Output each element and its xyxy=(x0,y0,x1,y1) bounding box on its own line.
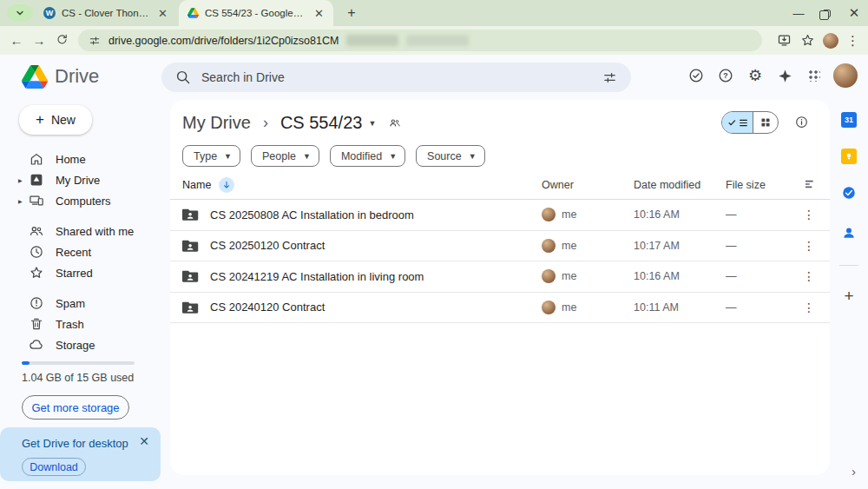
tab-close-icon[interactable]: ✕ xyxy=(312,7,326,20)
list-settings-icon[interactable] xyxy=(793,179,825,192)
sidebar-item-home[interactable]: Home xyxy=(0,149,170,169)
file-row[interactable]: CS 20250808 AC Installation in bedroom m… xyxy=(170,200,830,231)
owner-avatar xyxy=(542,208,556,221)
account-avatar[interactable] xyxy=(833,63,858,88)
tasks-icon[interactable] xyxy=(841,185,857,204)
sidebar-item-storage[interactable]: Storage xyxy=(0,334,170,355)
new-button[interactable]: + New xyxy=(19,105,92,135)
drive-header: Drive ? ⚙ xyxy=(0,55,868,100)
layout-toggle[interactable] xyxy=(721,111,779,134)
tab-search-button[interactable] xyxy=(7,4,33,22)
filter-chip-modified[interactable]: Modified▼ xyxy=(330,145,405,167)
row-more-actions-icon[interactable]: ⋮ xyxy=(793,269,825,283)
file-row[interactable]: CS 20240120 Contract me 10:11 AM — ⋮ xyxy=(170,293,830,324)
filter-chip-type[interactable]: Type▼ xyxy=(182,145,240,167)
chevron-down-icon: ▼ xyxy=(303,152,311,161)
recent-clock-icon xyxy=(29,244,44,260)
home-icon xyxy=(29,151,44,167)
advanced-search-icon[interactable] xyxy=(602,70,617,85)
my-drive-icon xyxy=(29,172,44,188)
trash-icon xyxy=(29,316,44,332)
site-settings-icon[interactable] xyxy=(89,35,101,47)
filter-chip-people[interactable]: People▼ xyxy=(251,145,319,167)
breadcrumb-current-folder[interactable]: CS 554/23 ▼ xyxy=(280,113,376,133)
file-row[interactable]: CS 20250120 Contract me 10:17 AM — ⋮ xyxy=(170,231,830,262)
drive-brand-text: Drive xyxy=(55,65,99,88)
breadcrumb-my-drive[interactable]: My Drive xyxy=(182,113,251,133)
forward-button[interactable]: → xyxy=(28,33,50,48)
minimize-button[interactable]: — xyxy=(785,0,812,26)
help-icon[interactable]: ? xyxy=(715,65,736,86)
browser-profile-avatar[interactable] xyxy=(823,33,838,49)
sidebar-item-trash[interactable]: Trash xyxy=(0,314,170,334)
chip-label: People xyxy=(262,150,296,162)
list-view-button-selected[interactable] xyxy=(722,112,753,133)
add-side-panel-app-icon[interactable]: + xyxy=(844,287,853,306)
tab-wordpress[interactable]: W CS - Clover Thonglor ✕ xyxy=(35,0,177,26)
download-button[interactable]: Download xyxy=(22,458,86,476)
shared-folder-people-icon xyxy=(388,116,402,129)
folder-menu-caret-icon: ▼ xyxy=(368,119,376,128)
filter-chip-source[interactable]: Source▼ xyxy=(416,145,485,167)
row-more-actions-icon[interactable]: ⋮ xyxy=(793,301,825,314)
search-input[interactable] xyxy=(201,70,592,84)
redacted-url-segment xyxy=(406,35,469,46)
shared-folder-icon xyxy=(182,239,199,253)
sidebar-item-label: Starred xyxy=(56,267,93,280)
grid-view-button[interactable] xyxy=(753,112,778,133)
promo-close-icon[interactable]: ✕ xyxy=(139,434,149,448)
show-side-panel-chevron-icon[interactable]: › xyxy=(852,464,856,479)
tab-close-icon[interactable]: ✕ xyxy=(155,7,170,20)
drive-search-bar[interactable] xyxy=(161,63,631,92)
sidebar-item-spam[interactable]: Spam xyxy=(0,293,170,314)
storage-usage-text: 1.04 GB of 15 GB used xyxy=(22,372,170,384)
file-name: CS 20241219 AC Installation in living ro… xyxy=(210,270,424,283)
drive-app: Drive ? ⚙ xyxy=(0,55,868,489)
gemini-sparkle-icon[interactable] xyxy=(774,65,795,86)
row-more-actions-icon[interactable]: ⋮ xyxy=(793,239,825,253)
storage-progress-fill xyxy=(22,361,30,365)
sidebar-item-label: My Drive xyxy=(56,174,100,187)
column-header-size[interactable]: File size xyxy=(726,179,793,191)
sidebar-item-computers[interactable]: ▶ Computers xyxy=(0,190,170,211)
details-info-icon[interactable] xyxy=(794,115,809,133)
reload-button[interactable] xyxy=(50,33,73,49)
sidebar-item-shared-with-me[interactable]: Shared with me xyxy=(0,221,170,241)
sidebar-item-my-drive[interactable]: ▶ My Drive xyxy=(0,169,170,190)
column-header-modified[interactable]: Date modified xyxy=(634,179,726,191)
shared-with-me-icon xyxy=(29,223,44,239)
browser-menu-icon[interactable]: ⋮ xyxy=(846,33,859,49)
breadcrumb-separator-icon: › xyxy=(260,114,272,132)
back-button[interactable]: ← xyxy=(5,33,28,48)
close-window-button[interactable]: ✕ xyxy=(840,0,868,26)
offline-status-icon[interactable] xyxy=(686,65,707,86)
expand-arrow-icon[interactable]: ▶ xyxy=(18,177,23,183)
get-more-storage-button[interactable]: Get more storage xyxy=(22,395,129,420)
row-more-actions-icon[interactable]: ⋮ xyxy=(793,208,825,221)
google-apps-grid-icon[interactable] xyxy=(804,65,825,86)
column-header-name[interactable]: Name xyxy=(182,179,211,191)
date-modified: 10:17 AM xyxy=(634,240,726,252)
expand-arrow-icon[interactable]: ▶ xyxy=(18,198,23,204)
shared-folder-icon xyxy=(182,301,199,314)
url-bar[interactable]: drive.google.com/drive/folders/1i2Cp0izs… xyxy=(78,30,762,51)
sidebar-item-recent[interactable]: Recent xyxy=(0,241,170,262)
file-row[interactable]: CS 20241219 AC Installation in living ro… xyxy=(170,261,830,293)
install-app-icon[interactable] xyxy=(776,33,792,48)
drive-logo-icon[interactable] xyxy=(22,65,48,89)
date-modified: 10:16 AM xyxy=(634,208,726,221)
sort-ascending-icon[interactable] xyxy=(219,177,234,193)
bookmark-star-icon[interactable] xyxy=(800,33,815,48)
date-modified: 10:16 AM xyxy=(634,270,726,282)
calendar-icon[interactable]: 31 xyxy=(841,112,857,128)
restore-button[interactable] xyxy=(812,0,840,26)
tab-google-drive[interactable]: CS 554/23 - Google Drive ✕ xyxy=(179,0,333,26)
contacts-icon[interactable] xyxy=(841,225,857,244)
file-size: — xyxy=(726,270,793,282)
sidebar-item-label: Computers xyxy=(56,195,111,208)
settings-gear-icon[interactable]: ⚙ xyxy=(745,65,766,86)
new-tab-button[interactable]: + xyxy=(342,3,361,23)
keep-icon[interactable] xyxy=(841,149,857,164)
sidebar-item-starred[interactable]: Starred xyxy=(0,262,170,283)
column-header-owner[interactable]: Owner xyxy=(542,179,634,191)
